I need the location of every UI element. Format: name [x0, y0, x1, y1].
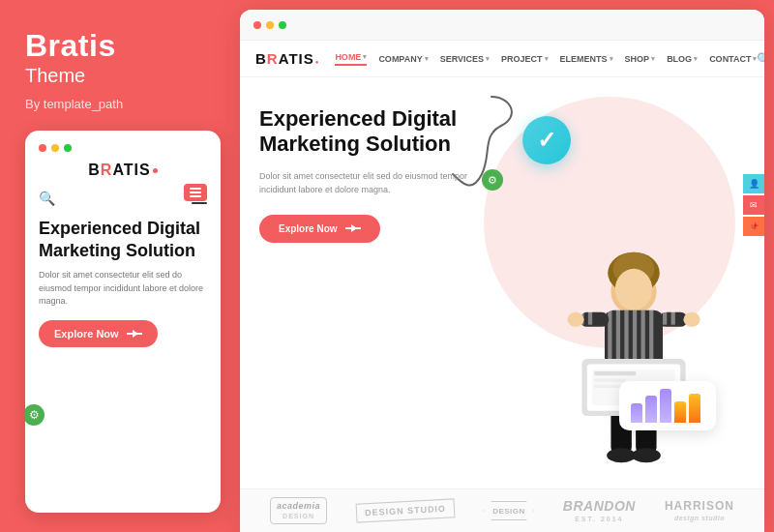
hero-explore-button[interactable]: Explore Now: [259, 215, 380, 243]
brand-harrison: HARRISON design studio: [665, 499, 734, 522]
svg-rect-16: [671, 310, 675, 325]
browser-bar: [240, 10, 764, 41]
nav-blog[interactable]: BLOG ▾: [667, 52, 698, 66]
checkmark-icon: ✓: [537, 127, 556, 154]
sidebar-icon-2[interactable]: ✉: [743, 195, 764, 215]
chart-bar-3: [660, 389, 671, 423]
chart-bars: [631, 389, 704, 423]
right-sidebar: 👤 ✉ 📌: [743, 174, 764, 236]
browser-dot-red: [253, 21, 261, 29]
svg-rect-13: [588, 310, 592, 325]
hero-content: Experienced Digital Marketing Solution D…: [240, 77, 491, 488]
hero-arrow-icon: [345, 227, 361, 229]
brand-title: Bratis: [25, 29, 221, 63]
svg-point-3: [615, 269, 653, 310]
nav-elements[interactable]: ELEMENTS ▾: [560, 52, 613, 66]
dot-green: [64, 144, 72, 152]
nav-shop[interactable]: SHOP ▾: [625, 52, 656, 66]
hero-text: Dolor sit amet consectetur elit sed do e…: [259, 169, 472, 197]
sidebar-icon-3[interactable]: 📌: [743, 217, 764, 236]
nav-company[interactable]: COMPANY ▾: [378, 52, 428, 66]
nav-icons: 🔍 ☰: [757, 52, 764, 66]
hero-section: ⚙ Experienced Digital Marketing Solution…: [240, 77, 764, 488]
svg-point-17: [567, 312, 583, 327]
nav-project[interactable]: PROJECT ▾: [501, 52, 549, 66]
browser-dot-green: [279, 21, 286, 29]
mobile-cta-label: Explore Now: [54, 328, 119, 340]
brand-design-studio: DESIGN STUDIO: [356, 501, 455, 520]
dot-red: [39, 144, 46, 152]
mobile-nav-bar: 🔍: [39, 187, 207, 210]
chart-bar-2: [645, 396, 657, 423]
browser-dot-yellow: [266, 21, 274, 29]
sidebar-icon-1[interactable]: 👤: [743, 174, 764, 193]
left-panel: Bratis Theme By template_path BRATIS 🔍 E…: [0, 0, 240, 532]
browser-mockup: BRATIS● HOME ▾ COMPANY ▾ SERVICES ▾ PROJ…: [240, 10, 764, 532]
check-badge: ✓: [522, 116, 571, 164]
chart-card: [619, 381, 716, 430]
browser-dots: [253, 21, 286, 29]
svg-rect-24: [594, 371, 636, 375]
mobile-text: Dolor sit amet consectetur elit sed do e…: [39, 269, 207, 309]
mobile-dots: [39, 144, 207, 152]
chart-bar-4: [674, 401, 686, 423]
mobile-explore-button[interactable]: Explore Now: [39, 320, 158, 347]
nav-home[interactable]: HOME ▾: [335, 52, 367, 66]
svg-point-28: [632, 448, 661, 462]
hero-heading: Experienced Digital Marketing Solution: [259, 106, 472, 158]
svg-rect-15: [663, 310, 667, 325]
mobile-search-icon: 🔍: [39, 191, 55, 206]
hero-cta-label: Explore Now: [279, 223, 338, 234]
svg-rect-11: [580, 312, 609, 327]
nav-services[interactable]: SERVICES ▾: [440, 52, 490, 66]
nav-contact[interactable]: CONTACT ▾: [709, 52, 757, 66]
brands-row: academia DESIGN DESIGN STUDIO DESIGN BRA…: [240, 488, 764, 532]
mobile-logo: BRATIS: [39, 162, 207, 179]
site-gear-icon: ⚙: [482, 169, 503, 191]
brand-by: By template_path: [25, 97, 221, 111]
svg-point-18: [683, 312, 700, 327]
arrow-right-icon: [127, 333, 142, 335]
site-logo: BRATIS●: [255, 50, 319, 67]
brand-academia: academia DESIGN: [270, 497, 327, 524]
mobile-red-bar: [184, 184, 207, 201]
nav-items: HOME ▾ COMPANY ▾ SERVICES ▾ PROJECT ▾ EL…: [335, 52, 757, 66]
brand-brandon: BRANDON EST. 2014: [563, 498, 636, 523]
mobile-card: BRATIS 🔍 Experienced Digital Marketing S…: [25, 131, 221, 513]
svg-rect-25: [594, 378, 625, 381]
chart-bar-5: [689, 394, 700, 423]
mobile-heading: Experienced Digital Marketing Solution: [39, 218, 207, 261]
site-nav: BRATIS● HOME ▾ COMPANY ▾ SERVICES ▾ PROJ…: [240, 41, 764, 77]
gear-badge: ⚙: [25, 404, 45, 426]
dot-yellow: [51, 144, 59, 152]
woman-illustration: [522, 198, 745, 488]
brand-design-studio-2: DESIGN: [484, 501, 534, 520]
hero-woman: [522, 198, 745, 488]
svg-point-27: [607, 448, 636, 462]
brand-subtitle: Theme: [25, 65, 221, 87]
chart-bar-1: [631, 403, 642, 423]
search-icon[interactable]: 🔍: [757, 52, 764, 66]
